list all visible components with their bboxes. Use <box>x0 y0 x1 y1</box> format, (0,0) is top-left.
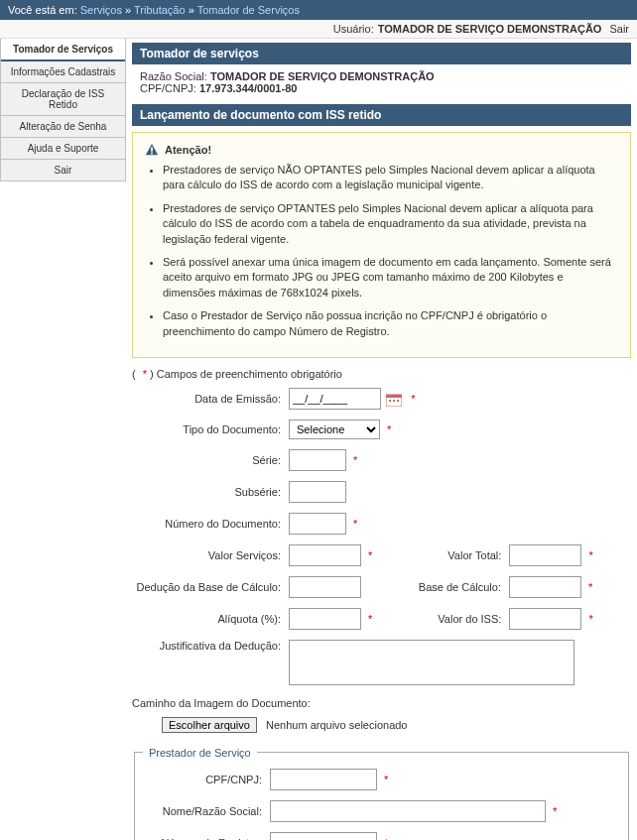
aliquota-input[interactable] <box>289 608 361 630</box>
alert-item: Prestadores de serviço OPTANTES pelo Sim… <box>163 201 618 247</box>
user-bar: Usuário: TOMADOR DE SERVIÇO DEMONSTRAÇÃO… <box>0 20 637 39</box>
svg-rect-7 <box>397 400 399 402</box>
justificativa-textarea[interactable] <box>289 640 574 685</box>
caminho-imagem-label: Caminho da Imagem do Documento: <box>132 697 311 709</box>
alert-heading: Atenção! <box>165 144 211 156</box>
escolher-arquivo-button[interactable]: Escolher arquivo <box>162 717 257 733</box>
sidebar: Tomador de Serviços Informações Cadastra… <box>0 39 126 181</box>
required-note: ( * ) Campos de preenchimento obrigatóri… <box>132 368 631 380</box>
subserie-input[interactable] <box>289 481 346 503</box>
breadcrumb-bar: Você está em: Serviços » Tributação » To… <box>0 0 637 20</box>
panel-title-lancamento: Lançamento de documento com ISS retido <box>132 104 631 126</box>
required-marker: * <box>353 454 357 466</box>
aliquota-label: Alíquota (%): <box>132 613 289 625</box>
justificativa-label: Justificativa da Dedução: <box>132 640 289 652</box>
breadcrumb-link[interactable]: Serviços <box>80 4 122 16</box>
breadcrumb-prefix: Você está em: <box>8 4 77 16</box>
prestador-cpf-label: CPF/CNPJ: <box>143 774 270 785</box>
exit-link[interactable]: Sair <box>609 23 629 35</box>
tipo-documento-select[interactable]: Selecione <box>289 420 380 439</box>
valor-servicos-label: Valor Serviços: <box>132 549 289 561</box>
tipo-documento-label: Tipo do Documento: <box>132 423 289 435</box>
data-emissao-label: Data de Emissão: <box>132 393 289 405</box>
sidebar-item-informacoes[interactable]: Informações Cadastrais <box>1 61 125 83</box>
sidebar-item-tomador[interactable]: Tomador de Serviços <box>1 39 125 61</box>
valor-iss-input[interactable] <box>509 608 581 630</box>
breadcrumb-link[interactable]: Tomador de Serviços <box>197 4 300 16</box>
required-marker: * <box>387 423 391 435</box>
numero-documento-input[interactable] <box>289 513 346 535</box>
required-marker: * <box>368 613 372 625</box>
numero-documento-label: Número do Documento: <box>132 518 289 530</box>
alert-item: Prestadores de serviço NÃO OPTANTES pelo… <box>163 163 618 193</box>
user-label: Usuário: <box>333 23 374 35</box>
required-marker: * <box>353 518 357 530</box>
valor-iss-label: Valor do ISS: <box>402 613 509 625</box>
sidebar-item-declaracao[interactable]: Declaração de ISS Retido <box>1 83 125 116</box>
user-name: TOMADOR DE SERVIÇO DEMONSTRAÇÃO <box>378 23 602 35</box>
sidebar-item-sair[interactable]: Sair <box>1 160 125 180</box>
cpf-cnpj-label: CPF/CNPJ: <box>140 82 196 94</box>
required-marker: * <box>411 393 415 405</box>
alert-item: Caso o Prestador de Serviço não possua i… <box>163 308 618 339</box>
valor-total-input[interactable] <box>509 544 581 566</box>
alert-item: Será possível anexar uma única imagem de… <box>163 255 618 300</box>
alert-box: Atenção! Prestadores de serviço NÃO OPTA… <box>132 132 631 358</box>
svg-rect-2 <box>151 153 153 155</box>
prestador-cpf-input[interactable] <box>270 769 377 790</box>
svg-rect-1 <box>151 147 153 151</box>
prestador-legend: Prestador de Serviço <box>143 747 257 759</box>
serie-input[interactable] <box>289 449 346 471</box>
valor-total-label: Valor Total: <box>402 549 509 561</box>
svg-rect-6 <box>393 400 395 402</box>
serie-label: Série: <box>132 454 289 466</box>
svg-rect-5 <box>389 400 391 402</box>
breadcrumb-link[interactable]: Tributação <box>134 4 186 16</box>
deducao-label: Dedução da Base de Cálculo: <box>132 581 289 593</box>
razao-social-value: TOMADOR DE SERVIÇO DEMONSTRAÇÃO <box>210 70 435 82</box>
sidebar-item-ajuda[interactable]: Ajuda e Suporte <box>1 138 125 160</box>
razao-social-label: Razão Social: <box>140 70 207 82</box>
required-marker: * <box>588 581 592 593</box>
base-calculo-label: Base de Cálculo: <box>402 581 509 593</box>
required-marker: * <box>588 613 592 625</box>
prestador-fieldset: Prestador de Serviço CPF/CNPJ: * Nome/Ra… <box>134 747 629 840</box>
base-calculo-input[interactable] <box>509 576 581 598</box>
prestador-registro-input[interactable] <box>270 832 377 840</box>
subserie-label: Subsérie: <box>132 486 289 498</box>
calendar-icon[interactable] <box>386 393 402 407</box>
svg-rect-4 <box>386 395 402 398</box>
warning-icon <box>145 143 159 157</box>
required-marker: * <box>553 805 557 817</box>
valor-servicos-input[interactable] <box>289 544 361 566</box>
panel-title-tomador: Tomador de serviços <box>132 43 631 64</box>
main-content: Tomador de serviços Razão Social: TOMADO… <box>126 39 637 840</box>
required-marker: * <box>588 549 592 561</box>
cpf-cnpj-value: 17.973.344/0001-80 <box>199 82 297 94</box>
file-status-text: Nenhum arquivo selecionado <box>266 719 407 731</box>
deducao-input[interactable] <box>289 576 361 598</box>
prestador-nome-label: Nome/Razão Social: <box>143 805 270 817</box>
data-emissao-input[interactable] <box>289 388 381 410</box>
prestador-nome-input[interactable] <box>270 800 546 822</box>
required-marker: * <box>368 549 372 561</box>
required-marker: * <box>384 774 388 785</box>
sidebar-item-alteracao-senha[interactable]: Alteração de Senha <box>1 116 125 138</box>
